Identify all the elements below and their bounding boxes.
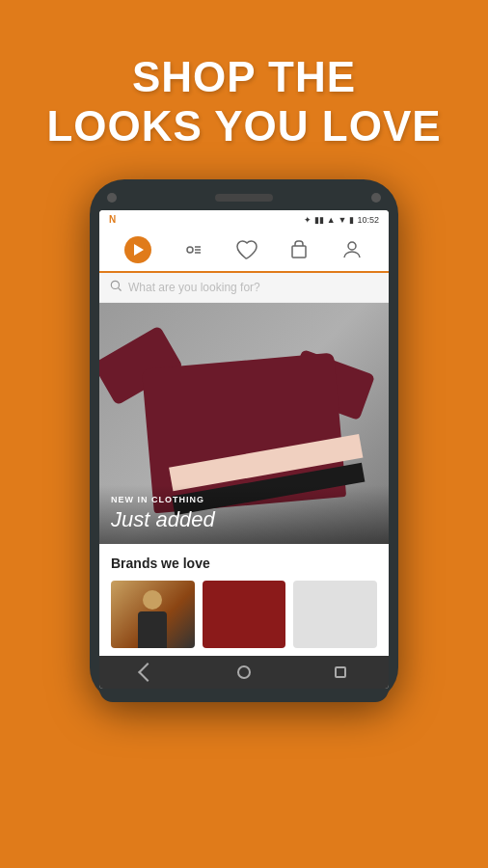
- phone-screen: N ✦ ▮▮ ▲ ▼ ▮ 10:52: [99, 210, 389, 689]
- phone-camera: [107, 193, 117, 203]
- heart-icon: [234, 238, 258, 261]
- person-silhouette: [133, 590, 172, 648]
- play-triangle-icon: [134, 244, 144, 256]
- person-body: [138, 611, 167, 648]
- signal-icon: ▲: [327, 215, 336, 225]
- banner-title: Just added: [111, 507, 377, 532]
- banner-overlay: NEW IN CLOTHING Just added: [99, 485, 389, 544]
- person-icon: [340, 238, 364, 261]
- feed-icon: [181, 238, 204, 261]
- status-right: ✦ ▮▮ ▲ ▼ ▮ 10:52: [304, 215, 379, 225]
- hero-line1: SHOP THE: [132, 53, 356, 100]
- svg-point-0: [187, 247, 193, 253]
- brand-card-1[interactable]: [111, 581, 195, 648]
- app-initial: N: [109, 214, 116, 225]
- android-back-button[interactable]: [137, 662, 158, 683]
- phone-wrapper: N ✦ ▮▮ ▲ ▼ ▮ 10:52: [0, 179, 488, 868]
- cart-icon: [287, 238, 311, 261]
- svg-line-7: [119, 288, 122, 291]
- brands-section: Brands we love: [99, 544, 389, 656]
- brands-section-title: Brands we love: [111, 556, 377, 571]
- phone-speaker: [215, 194, 273, 202]
- wifi-icon: ▼: [339, 215, 347, 225]
- phone-bottom-bar: [99, 689, 389, 702]
- search-placeholder: What are you looking for?: [128, 281, 379, 294]
- play-icon: [124, 236, 151, 263]
- hero-line2: LOOKS YOU LOVE: [46, 102, 441, 149]
- search-bar[interactable]: What are you looking for?: [99, 273, 389, 303]
- search-icon: [109, 279, 122, 296]
- brands-row: [111, 581, 377, 648]
- recents-icon: [335, 666, 346, 678]
- vibrate-icon: ▮▮: [314, 215, 324, 225]
- banner-subtitle: NEW IN CLOTHING: [111, 495, 377, 504]
- hero-title: SHOP THE LOOKS YOU LOVE: [46, 53, 441, 150]
- nav-wishlist-button[interactable]: [234, 238, 258, 261]
- nav-cart-button[interactable]: [287, 238, 311, 261]
- svg-point-5: [348, 242, 356, 250]
- battery-icon: ▮: [349, 215, 354, 225]
- nav-home-button[interactable]: [124, 236, 151, 263]
- android-recents-button[interactable]: [330, 662, 351, 683]
- back-icon: [138, 663, 157, 682]
- sweater-shape: [128, 322, 360, 505]
- brand-card-3[interactable]: [293, 581, 377, 648]
- banner-section[interactable]: NEW IN CLOTHING Just added: [99, 303, 389, 544]
- android-home-button[interactable]: [233, 662, 255, 683]
- phone-bottom-nav: [99, 656, 389, 689]
- phone-device: N ✦ ▮▮ ▲ ▼ ▮ 10:52: [90, 179, 398, 702]
- phone-sensor: [371, 193, 381, 203]
- hero-section: SHOP THE LOOKS YOU LOVE: [46, 0, 441, 179]
- home-circle-icon: [237, 665, 251, 679]
- nav-account-button[interactable]: [340, 238, 364, 261]
- phone-top-bar: [99, 193, 389, 210]
- nav-feed-button[interactable]: [181, 238, 204, 261]
- svg-rect-4: [292, 246, 306, 258]
- nav-bar: [99, 229, 389, 273]
- time-display: 10:52: [357, 215, 379, 225]
- person-head: [143, 590, 162, 610]
- status-bar: N ✦ ▮▮ ▲ ▼ ▮ 10:52: [99, 210, 389, 229]
- bluetooth-icon: ✦: [304, 215, 312, 225]
- brand-card-2[interactable]: [203, 581, 286, 648]
